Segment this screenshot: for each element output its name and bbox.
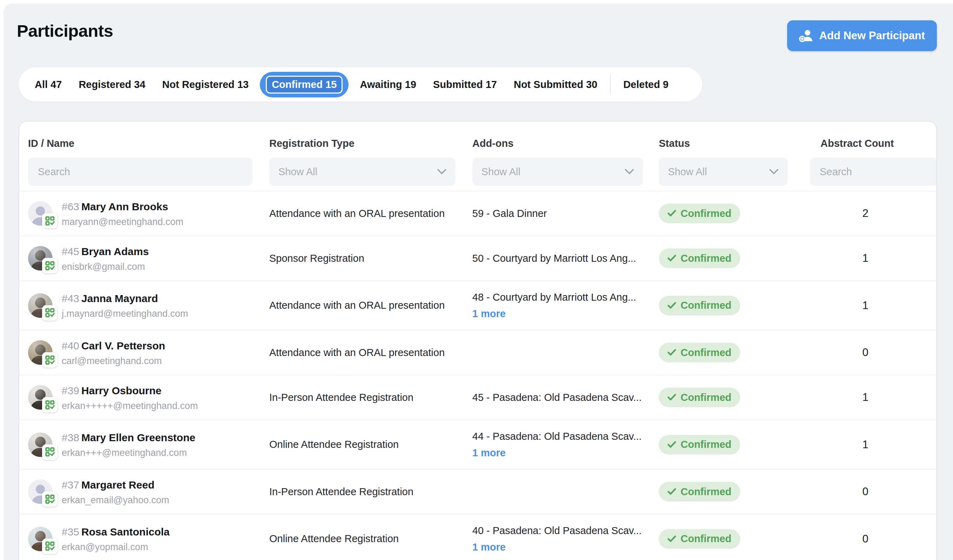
table-row[interactable]: #35Rosa Santonicola erkan@yopmail.com On…	[19, 514, 936, 560]
addons-cell: 40 - Pasadena: Old Pasadena Scav... 1 mo…	[472, 525, 659, 553]
status-badge: Confirmed	[659, 296, 740, 316]
addon-label: 45 - Pasadena: Old Pasadena Scav...	[472, 392, 648, 403]
addons-filter-select[interactable]: Show All	[472, 158, 643, 186]
tab-deleted[interactable]: Deleted 9	[615, 79, 677, 90]
status-badge: Confirmed	[659, 529, 740, 549]
abstract-count-cell: 1	[793, 299, 937, 312]
column-header-abstract-count: Abstract Count	[821, 138, 937, 149]
abstract-count-cell: 2	[793, 207, 937, 220]
participant-email: j.maynard@meetinghand.com	[62, 308, 188, 319]
status-filter-select[interactable]: Show All	[659, 158, 787, 186]
check-icon	[667, 441, 676, 448]
participant-avatar	[28, 432, 53, 457]
more-addons-link[interactable]: 1 more	[472, 308, 506, 320]
addons-cell: 59 - Gala Dinner	[472, 208, 659, 220]
table-row[interactable]: #38Mary Ellen Greenstone erkan+++@meetin…	[19, 419, 936, 469]
registered-badge-icon	[42, 258, 57, 273]
status-badge: Confirmed	[659, 482, 740, 501]
name-search-input[interactable]	[28, 158, 253, 186]
addon-label: 48 - Courtyard by Marriott Los Ang...	[472, 292, 648, 303]
addon-label: 44 - Pasadena: Old Pasadena Scav...	[472, 431, 648, 442]
addons-cell: 45 - Pasadena: Old Pasadena Scav...	[472, 392, 659, 403]
tab-divider	[610, 75, 611, 94]
add-new-participant-button[interactable]: Add New Participant	[787, 20, 937, 51]
table-row[interactable]: #39Harry Osbourne erkan+++++@meetinghand…	[19, 374, 936, 419]
participants-table: ID / Name Registration Type Show All Add…	[19, 121, 937, 560]
participant-name: Rosa Santonicola	[81, 526, 170, 538]
more-addons-link[interactable]: 1 more	[472, 447, 506, 459]
participant-id: #40	[62, 340, 79, 351]
registered-badge-icon	[42, 538, 57, 554]
status-label: Confirmed	[681, 392, 731, 403]
status-label: Confirmed	[681, 208, 731, 220]
registration-type-cell: Online Attendee Registration	[269, 533, 472, 545]
tab-registered[interactable]: Registered 34	[70, 79, 154, 90]
participant-id: #38	[62, 432, 79, 443]
registered-badge-icon	[42, 305, 57, 321]
participant-name: Janna Maynard	[81, 292, 158, 304]
participant-name: Carl V. Petterson	[81, 340, 165, 351]
abstract-count-cell: 1	[793, 391, 937, 404]
registration-type-cell: Attendance with an ORAL presentation	[269, 300, 472, 311]
addon-label: 59 - Gala Dinner	[472, 208, 648, 220]
abstract-count-cell: 0	[793, 346, 937, 359]
addon-label: 50 - Courtyard by Marriott Los Ang...	[472, 253, 648, 264]
add-new-participant-label: Add New Participant	[820, 29, 925, 42]
chevron-down-icon	[625, 169, 634, 175]
participant-name: Margaret Reed	[81, 479, 154, 490]
registration-type-cell: In-Person Attendee Registration	[269, 392, 472, 403]
participant-email: carl@meetinghand.com	[62, 356, 165, 367]
participant-avatar	[28, 527, 53, 551]
status-label: Confirmed	[681, 439, 731, 450]
abstract-count-cell: 1	[793, 438, 937, 451]
table-row[interactable]: #63Mary Ann Brooks maryann@meetinghand.c…	[19, 191, 936, 235]
status-badge: Confirmed	[659, 435, 740, 455]
abstract-count-cell: 0	[793, 533, 937, 545]
registration-type-cell: Attendance with an ORAL presentation	[269, 347, 472, 359]
page-title: Participants	[17, 21, 113, 41]
tab-all[interactable]: All 47	[26, 79, 70, 90]
more-addons-link[interactable]: 1 more	[472, 541, 506, 553]
status-label: Confirmed	[681, 253, 731, 264]
abstract-count-search-input[interactable]	[810, 158, 937, 186]
tab-not-submitted[interactable]: Not Submitted 30	[505, 79, 605, 90]
participant-name: Bryan Adams	[81, 246, 149, 257]
participant-email: enisbrk@gmail.com	[62, 261, 149, 272]
table-filter-row: ID / Name Registration Type Show All Add…	[19, 122, 936, 186]
status-badge: Confirmed	[659, 388, 740, 407]
check-icon	[667, 535, 676, 543]
registration-type-cell: Online Attendee Registration	[269, 439, 472, 450]
check-icon	[667, 255, 676, 262]
registration-type-cell: In-Person Attendee Registration	[269, 486, 472, 498]
participant-avatar	[28, 201, 53, 226]
table-row[interactable]: #43Janna Maynard j.maynard@meetinghand.c…	[19, 280, 936, 330]
check-icon	[667, 488, 676, 495]
status-badge: Confirmed	[659, 204, 740, 223]
column-header-registration-type: Registration Type	[269, 138, 472, 149]
status-label: Confirmed	[681, 300, 731, 311]
participant-email: erkan@yopmail.com	[62, 542, 170, 553]
participant-avatar	[28, 385, 53, 410]
tab-submitted[interactable]: Submitted 17	[425, 79, 505, 90]
check-icon	[667, 302, 676, 309]
filter-tab-bar: All 47 Registered 34 Not Registered 13 C…	[19, 67, 702, 102]
status-label: Confirmed	[681, 486, 731, 498]
column-header-id-name: ID / Name	[28, 138, 269, 149]
table-row[interactable]: #37Margaret Reed erkan_email@yahoo.com I…	[19, 469, 936, 514]
tab-not-registered[interactable]: Not Registered 13	[154, 79, 258, 90]
registered-badge-icon	[42, 397, 57, 413]
registration-type-cell: Sponsor Registration	[269, 253, 472, 264]
table-body: #63Mary Ann Brooks maryann@meetinghand.c…	[19, 191, 936, 560]
tab-awaiting[interactable]: Awaiting 19	[351, 79, 425, 90]
participant-email: erkan+++@meetinghand.com	[62, 447, 195, 458]
table-row[interactable]: #40Carl V. Petterson carl@meetinghand.co…	[19, 330, 936, 374]
table-row[interactable]: #45Bryan Adams enisbrk@gmail.com Sponsor…	[19, 235, 936, 280]
participant-email: erkan+++++@meetinghand.com	[62, 401, 198, 411]
tab-confirmed[interactable]: Confirmed 15	[260, 72, 349, 97]
participant-id: #37	[62, 479, 79, 490]
addons-cell: 50 - Courtyard by Marriott Los Ang...	[472, 253, 659, 264]
registration-type-filter-select[interactable]: Show All	[269, 158, 455, 186]
chevron-down-icon	[437, 169, 446, 175]
check-icon	[667, 210, 676, 217]
participant-email: erkan_email@yahoo.com	[62, 495, 169, 506]
